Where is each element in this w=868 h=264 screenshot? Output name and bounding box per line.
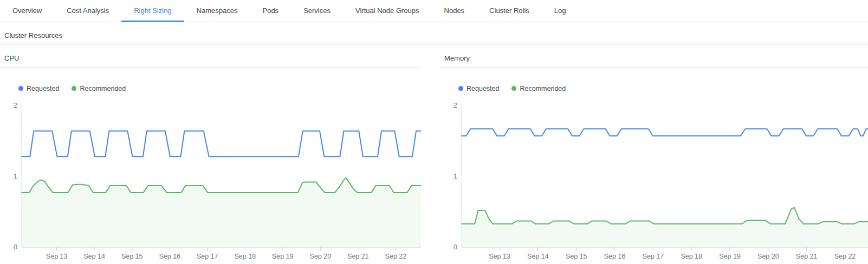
svg-text:Sep 17: Sep 17 [643,253,664,260]
svg-text:Sep 18: Sep 18 [681,253,702,260]
tab-cluster-rolls[interactable]: Cluster Rolls [477,0,542,22]
tab-virtual-node-groups[interactable]: Virtual Node Groups [343,0,432,22]
section-title-cluster-resources: Cluster Resources [0,22,868,45]
legend-item-recommended[interactable]: Recommended [72,85,126,93]
svg-text:Sep 16: Sep 16 [604,253,626,260]
svg-text:1: 1 [14,173,17,180]
legend-label-recommended: Recommended [80,85,126,93]
cpu-chart-legend: Requested Recommended [18,84,421,93]
svg-text:Sep 17: Sep 17 [197,253,218,260]
legend-dot-requested [18,86,23,91]
legend-item-requested[interactable]: Requested [18,85,59,93]
charts-row: CPU Requested Recommended 012Sep 13Sep 1… [0,54,868,260]
tab-nodes[interactable]: Nodes [432,0,477,22]
svg-text:Sep 20: Sep 20 [757,253,779,260]
tab-services[interactable]: Services [291,0,343,22]
legend-dot-recommended [511,86,516,91]
legend-item-requested[interactable]: Requested [458,85,499,93]
svg-text:Sep 15: Sep 15 [566,253,587,260]
svg-text:0: 0 [14,243,17,251]
legend-label-recommended: Recommended [520,85,566,93]
svg-text:Sep 22: Sep 22 [385,253,407,260]
svg-text:2: 2 [454,102,457,109]
legend-label-requested: Requested [467,85,499,93]
svg-text:Sep 22: Sep 22 [834,253,856,260]
memory-chart-title: Memory [440,54,868,68]
memory-chart-panel: Memory Requested Recommended 012Sep 13Se… [440,54,868,260]
svg-text:0: 0 [454,243,457,251]
svg-text:Sep 21: Sep 21 [796,253,818,260]
cpu-chart-title: CPU [0,54,421,68]
tab-overview[interactable]: Overview [0,0,54,22]
svg-text:Sep 21: Sep 21 [347,253,369,260]
tab-cost-analysis[interactable]: Cost Analysis [54,0,121,22]
svg-text:Sep 14: Sep 14 [83,253,105,260]
legend-label-requested: Requested [27,85,59,93]
tab-right-sizing[interactable]: Right Sizing [121,0,184,22]
svg-text:Sep 15: Sep 15 [121,253,143,260]
memory-chart-legend: Requested Recommended [458,84,868,93]
svg-text:2: 2 [14,102,17,109]
svg-text:Sep 13: Sep 13 [489,253,510,260]
svg-text:Sep 19: Sep 19 [272,253,294,260]
svg-text:Sep 16: Sep 16 [159,253,180,260]
svg-text:Sep 14: Sep 14 [527,253,549,260]
top-tab-bar: Overview Cost Analysis Right Sizing Name… [0,0,868,22]
legend-item-recommended[interactable]: Recommended [511,85,566,93]
legend-dot-recommended [72,86,76,91]
svg-text:Sep 20: Sep 20 [310,253,332,260]
memory-line-chart: 012Sep 13Sep 14Sep 15Sep 16Sep 17Sep 18S… [440,98,868,260]
svg-text:Sep 19: Sep 19 [719,253,741,260]
tab-pods[interactable]: Pods [250,0,291,22]
tab-log[interactable]: Log [542,0,579,22]
svg-text:1: 1 [454,173,457,180]
svg-text:Sep 13: Sep 13 [46,253,68,260]
legend-dot-requested [458,86,463,91]
tab-namespaces[interactable]: Namespaces [184,0,250,22]
cpu-line-chart: 012Sep 13Sep 14Sep 15Sep 16Sep 17Sep 18S… [0,98,421,260]
svg-text:Sep 18: Sep 18 [234,253,256,260]
cpu-chart-panel: CPU Requested Recommended 012Sep 13Sep 1… [0,54,421,260]
